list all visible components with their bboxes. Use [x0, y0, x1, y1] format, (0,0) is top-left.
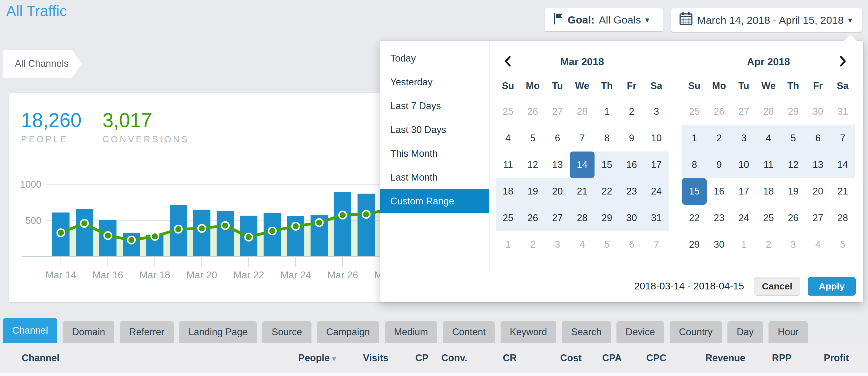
day-cell[interactable]: 7	[570, 125, 594, 151]
day-cell[interactable]: 25	[756, 205, 781, 231]
day-cell[interactable]: 24	[732, 205, 756, 231]
day-cell[interactable]: 8	[594, 125, 619, 151]
day-cell[interactable]: 3	[781, 231, 806, 258]
goal-dropdown-button[interactable]: Goal: All Goals ▾	[545, 8, 663, 31]
day-cell[interactable]: 1	[496, 231, 520, 258]
day-cell[interactable]: 5	[594, 231, 619, 258]
tab-hour[interactable]: Hour	[769, 321, 808, 343]
day-cell[interactable]: 4	[496, 125, 520, 151]
day-cell[interactable]: 24	[644, 178, 669, 205]
column-header-people[interactable]: People▾	[277, 352, 336, 364]
day-cell[interactable]: 19	[520, 178, 545, 205]
day-cell[interactable]: 7	[644, 231, 669, 258]
day-cell[interactable]: 18	[496, 178, 520, 205]
column-header-cpc[interactable]: CPC	[622, 352, 666, 364]
preset-last-30-days[interactable]: Last 30 Days	[380, 118, 489, 142]
tab-content[interactable]: Content	[443, 321, 495, 343]
preset-custom-range[interactable]: Custom Range	[380, 189, 489, 213]
day-cell[interactable]: 14	[570, 151, 594, 178]
day-cell[interactable]: 20	[545, 178, 570, 205]
tab-campaign[interactable]: Campaign	[317, 321, 379, 343]
day-cell[interactable]: 25	[496, 98, 520, 125]
day-cell[interactable]: 29	[781, 98, 806, 125]
cancel-button[interactable]: Cancel	[754, 277, 800, 296]
day-cell[interactable]: 6	[545, 125, 570, 151]
day-cell[interactable]: 1	[732, 231, 756, 258]
day-cell[interactable]: 3	[732, 125, 756, 151]
day-cell[interactable]: 21	[830, 178, 855, 205]
day-cell[interactable]: 29	[682, 231, 707, 258]
day-cell[interactable]: 28	[756, 98, 781, 125]
day-cell[interactable]: 26	[520, 98, 545, 125]
day-cell[interactable]: 5	[830, 231, 855, 258]
day-cell[interactable]: 26	[520, 205, 545, 231]
tab-channel[interactable]: Channel	[3, 318, 57, 343]
day-cell[interactable]: 30	[806, 98, 830, 125]
column-header-conv-[interactable]: Conv.	[429, 352, 467, 364]
day-cell[interactable]: 18	[756, 178, 781, 205]
day-cell[interactable]: 28	[570, 205, 594, 231]
day-cell[interactable]: 23	[707, 205, 732, 231]
day-cell[interactable]: 22	[682, 205, 707, 231]
day-cell[interactable]: 16	[707, 178, 732, 205]
column-header-cost[interactable]: Cost	[517, 352, 582, 364]
breadcrumb-all-channels[interactable]: All Channels	[3, 50, 82, 78]
tab-medium[interactable]: Medium	[385, 321, 437, 343]
column-header-cp[interactable]: CP	[389, 352, 429, 364]
column-header-cpa[interactable]: CPA	[582, 352, 622, 364]
date-range-button[interactable]: March 14, 2018 - April 15, 2018 ▾	[671, 8, 862, 32]
day-cell[interactable]: 12	[520, 151, 545, 178]
column-header-rpp[interactable]: RPP	[745, 352, 792, 364]
day-cell[interactable]: 4	[756, 125, 781, 151]
day-cell[interactable]: 10	[732, 151, 756, 178]
day-cell[interactable]: 25	[682, 98, 707, 125]
day-cell[interactable]: 27	[545, 205, 570, 231]
day-cell[interactable]: 26	[707, 98, 732, 125]
day-cell[interactable]: 9	[707, 151, 732, 178]
day-cell[interactable]: 3	[545, 231, 570, 258]
day-cell[interactable]: 16	[619, 151, 644, 178]
column-header-cr[interactable]: CR	[467, 352, 517, 364]
day-cell[interactable]: 30	[619, 205, 644, 231]
day-cell[interactable]: 19	[781, 178, 806, 205]
preset-last-month[interactable]: Last Month	[380, 166, 489, 189]
day-cell[interactable]: 20	[806, 178, 830, 205]
day-cell[interactable]: 21	[570, 178, 594, 205]
day-cell[interactable]: 13	[806, 151, 830, 178]
day-cell[interactable]: 3	[644, 98, 669, 125]
day-cell[interactable]: 4	[806, 231, 830, 258]
day-cell[interactable]: 8	[682, 151, 707, 178]
preset-last-7-days[interactable]: Last 7 Days	[380, 94, 489, 118]
column-header-channel[interactable]: Channel	[22, 352, 277, 364]
preset-today[interactable]: Today	[380, 47, 489, 70]
day-cell[interactable]: 4	[570, 231, 594, 258]
day-cell[interactable]: 31	[644, 205, 669, 231]
prev-month-button[interactable]	[501, 54, 516, 69]
tab-device[interactable]: Device	[617, 321, 664, 343]
day-cell[interactable]: 11	[496, 151, 520, 178]
day-cell[interactable]: 27	[806, 205, 830, 231]
day-cell[interactable]: 26	[781, 205, 806, 231]
day-cell[interactable]: 17	[732, 178, 756, 205]
day-cell[interactable]: 28	[570, 98, 594, 125]
day-cell[interactable]: 2	[520, 231, 545, 258]
tab-landing-page[interactable]: Landing Page	[179, 321, 257, 343]
day-cell[interactable]: 10	[644, 125, 669, 151]
day-cell[interactable]: 5	[781, 125, 806, 151]
day-cell[interactable]: 12	[781, 151, 806, 178]
day-cell[interactable]: 31	[830, 98, 855, 125]
day-cell[interactable]: 15	[594, 151, 619, 178]
column-header-revenue[interactable]: Revenue	[666, 352, 745, 364]
next-month-button[interactable]	[835, 54, 850, 69]
day-cell[interactable]: 28	[830, 205, 855, 231]
day-cell[interactable]: 5	[520, 125, 545, 151]
day-cell[interactable]: 25	[496, 205, 520, 231]
column-header-visits[interactable]: Visits	[336, 352, 389, 364]
tab-country[interactable]: Country	[670, 321, 722, 343]
day-cell[interactable]: 29	[594, 205, 619, 231]
tab-search[interactable]: Search	[562, 321, 611, 343]
day-cell[interactable]: 1	[594, 98, 619, 125]
tab-domain[interactable]: Domain	[63, 321, 114, 343]
day-cell[interactable]: 1	[682, 125, 707, 151]
tab-keyword[interactable]: Keyword	[501, 321, 557, 343]
